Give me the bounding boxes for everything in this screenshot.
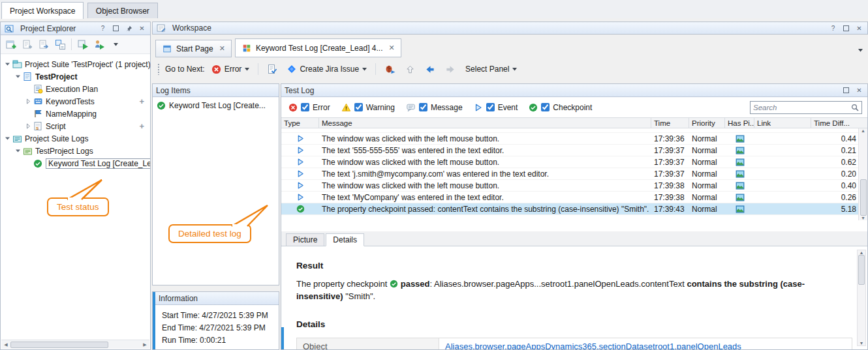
close-icon[interactable]: ✕ [137,24,147,33]
log-item[interactable]: Keyword Test Log [Create... [153,97,279,114]
tab-keyword-test-log[interactable]: Keyword Test Log [Create_Lead] 4... ✕ [235,38,401,57]
message-filter-checkbox[interactable] [419,103,427,111]
column-header-priority[interactable]: Priority [689,118,725,128]
picture-icon[interactable] [725,168,754,179]
column-header-type[interactable]: Type [281,118,319,128]
scrollbar-thumb[interactable] [10,342,108,348]
error-filter-checkbox[interactable] [301,103,309,111]
column-header-link[interactable]: Link [754,118,811,128]
tab-details[interactable]: Details [326,233,364,246]
time-cell: 17:39:36 [651,133,689,144]
table-row[interactable]: The window was clicked with the left mou… [281,180,867,192]
scroll-left-icon[interactable]: ◀ [1,342,10,347]
tree-item-project-suite[interactable]: Project Suite 'TestProject' (1 project) [1,58,150,70]
details-scrollbar[interactable]: ▲ ▼ [857,250,866,346]
go-to-next-error-button[interactable]: Error [208,63,253,76]
search-input[interactable] [753,104,851,111]
scrollbar-thumb[interactable] [858,255,865,285]
add-existing-item-button[interactable] [20,37,35,51]
table-row-partial[interactable] [281,128,867,133]
button-label: Select Panel [465,65,509,74]
horizontal-scrollbar[interactable]: ◀ ▶ [1,340,149,349]
table-row[interactable]: The window was clicked with the left mou… [281,156,867,168]
maximize-icon[interactable] [841,23,851,33]
table-row[interactable]: The window was clicked with the left mou… [281,133,867,145]
run-test-button[interactable] [76,37,90,51]
collapse-icon[interactable] [3,61,12,67]
warning-filter-checkbox[interactable] [354,103,363,111]
column-header-has-picture[interactable]: Has Pi... [725,118,754,128]
search-icon[interactable] [851,104,859,111]
column-header-time[interactable]: Time [651,118,689,128]
table-row-selected[interactable]: The property checkpoint passed: contentT… [281,203,867,215]
add-new-item-button[interactable] [4,37,18,51]
close-icon[interactable]: ✕ [219,44,225,53]
picture-icon[interactable] [725,145,754,156]
close-icon[interactable]: ✕ [854,23,864,33]
create-jira-issue-button[interactable]: Create Jira Issue [284,63,370,76]
toolbar-dropdown-icon[interactable] [108,37,123,51]
maximize-icon[interactable] [841,86,851,95]
picture-icon[interactable] [725,192,754,203]
column-header-message[interactable]: Message [319,118,651,128]
picture-icon[interactable] [725,203,754,214]
tree-item-keywordtests[interactable]: KeywordTests + [1,95,150,108]
tree-item-execution-plan[interactable]: Execution Plan [1,83,150,95]
expand-icon[interactable] [24,98,33,104]
close-icon[interactable]: ✕ [389,44,395,52]
toolbar-grip[interactable] [157,63,160,75]
pin-icon[interactable] [124,24,134,33]
close-icon[interactable]: ✕ [854,86,864,95]
table-row[interactable]: The text 'MyCompany' was entered in the … [281,192,867,203]
tab-picture[interactable]: Picture [286,233,324,246]
tree-item-keyword-test-log[interactable]: Keyword Test Log [Create_Lead [1,157,150,169]
tab-object-browser[interactable]: Object Browser [87,3,158,18]
previous-result-button[interactable] [422,63,439,76]
scrollbar-thumb[interactable] [860,179,867,216]
tree-item-namemapping[interactable]: NameMapping [1,108,150,120]
export-item-button[interactable] [37,37,51,51]
event-icon [281,168,319,179]
button-label: Create Jira Issue [300,65,359,74]
table-row[interactable]: The text '555-555-555' was entered in th… [281,145,867,156]
organize-tests-button[interactable] [53,37,67,51]
checkpoint-filter-checkbox[interactable] [541,103,550,111]
add-icon[interactable]: + [139,121,144,131]
collapse-icon[interactable] [3,136,12,141]
column-header-time-diff[interactable]: Time Diff... [811,118,867,128]
maximize-icon[interactable] [111,24,121,33]
tab-start-page[interactable]: Start Page ✕ [155,40,232,57]
tab-list-dropdown-icon[interactable] [858,49,863,52]
add-icon[interactable]: + [139,96,144,106]
post-defect-button[interactable] [381,62,399,76]
collapse-icon[interactable] [14,148,22,154]
help-icon[interactable]: ? [98,24,108,33]
scroll-right-icon[interactable]: ▶ [140,342,149,347]
help-icon[interactable]: ? [828,23,838,33]
scroll-down-icon[interactable]: ▼ [857,341,866,345]
scroll-up-icon[interactable]: ▲ [859,128,868,133]
tree-item-testproject[interactable]: TestProject [1,70,150,83]
select-panel-button[interactable]: Select Panel [462,63,520,76]
picture-icon[interactable] [725,180,754,191]
go-to-parent-button[interactable] [402,63,418,76]
log-table-scrollbar[interactable]: ▲ ▼ [858,128,867,220]
tab-project-workspace[interactable]: Project Workspace [1,2,84,19]
collapse-icon[interactable] [14,74,22,80]
scroll-down-icon[interactable]: ▼ [859,216,868,220]
tree-item-project-suite-logs[interactable]: Project Suite Logs [1,132,150,145]
run-project-button[interactable] [92,37,106,51]
tree-item-testproject-logs[interactable]: TestProject Logs [1,145,150,157]
table-row[interactable]: The text 'j.smith@mycompany.com' was ent… [281,168,867,180]
picture-icon[interactable] [725,133,754,144]
next-result-button[interactable] [442,63,459,76]
create-issue-report-button[interactable] [264,62,281,76]
scroll-up-icon[interactable]: ▲ [857,250,866,255]
panel-accent-strip[interactable] [153,292,155,349]
panel-accent-strip[interactable] [281,327,284,349]
expand-icon[interactable] [24,123,33,129]
picture-icon[interactable] [725,156,754,168]
event-filter-checkbox[interactable] [486,103,495,111]
object-link[interactable]: Aliases.browser.pageAppsDynamics365.sect… [445,342,741,349]
tree-item-script[interactable]: s Script + [1,120,150,132]
